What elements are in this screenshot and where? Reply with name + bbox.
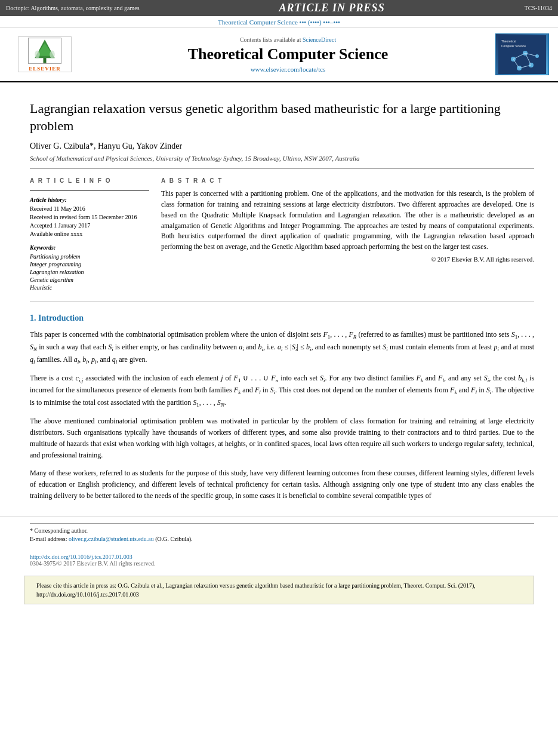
- intro-paragraph-3: The above mentioned combinatorial optimi…: [30, 416, 534, 462]
- sciencedirect-link[interactable]: ScienceDirect: [303, 36, 336, 43]
- journal-name: Theoretical Computer Science: [81, 45, 495, 63]
- article-in-press-label: ARTICLE IN PRESS: [279, 2, 385, 14]
- contents-line: Contents lists available at ScienceDirec…: [81, 36, 495, 43]
- paper-body: Lagrangian relaxation versus genetic alg…: [0, 82, 558, 514]
- intro-paragraph-1: This paper is concerned with the combina…: [30, 329, 534, 366]
- history-label: Article history:: [30, 196, 149, 203]
- journal-subtitle: Theoretical Computer Science ••• (••••) …: [0, 16, 558, 27]
- available-online: Available online xxxx: [30, 231, 149, 237]
- doctopic-label: Doctopic: Algorithms, automata, complexi…: [6, 5, 140, 11]
- issn-line: 0304-3975/© 2017 Elsevier B.V. All right…: [30, 560, 534, 567]
- svg-text:Computer Science: Computer Science: [501, 44, 526, 48]
- svg-text:Theoretical: Theoretical: [501, 39, 516, 43]
- journal-url[interactable]: www.elsevier.com/locate/tcs: [81, 66, 495, 73]
- intro-paragraph-4: Many of these workers, referred to as st…: [30, 468, 534, 502]
- keyword-2: Integer programming: [30, 261, 149, 268]
- citation-bar: Please cite this article in press as: O.…: [24, 576, 534, 604]
- abstract-title: A B S T R A C T: [161, 177, 534, 184]
- received-revised-date: Received in revised form 15 December 201…: [30, 214, 149, 220]
- article-info-title: A R T I C L E I N F O: [30, 177, 149, 184]
- top-bar: Doctopic: Algorithms, automata, complexi…: [0, 0, 558, 16]
- svg-point-5: [50, 51, 54, 59]
- author-email[interactable]: oliver.g.czibula@student.uts.edu.au: [69, 536, 154, 542]
- keyword-5: Heuristic: [30, 284, 149, 291]
- cover-svg: Theoretical Computer Science: [498, 35, 546, 74]
- keywords-section: Keywords: Partitioning problem Integer p…: [30, 244, 149, 291]
- abstract-section: A B S T R A C T This paper is concerned …: [161, 177, 534, 292]
- article-info-panel: A R T I C L E I N F O Article history: R…: [30, 177, 149, 292]
- affiliation: School of Mathematical and Physical Scie…: [30, 155, 534, 168]
- elsevier-logo: ELSEVIER: [18, 36, 72, 72]
- elsevier-branding: ELSEVIER: [9, 36, 81, 72]
- intro-paragraph-2: There is a cost ci,j associated with the…: [30, 373, 534, 410]
- article-title: Lagrangian relaxation versus genetic alg…: [30, 100, 534, 134]
- authors: Oliver G. Czibula*, Hanyu Gu, Yakov Zind…: [30, 142, 534, 151]
- introduction-title: 1. Introduction: [30, 314, 534, 323]
- journal-cover-image: Theoretical Computer Science: [495, 33, 549, 75]
- doi-link[interactable]: http://dx.doi.org/10.1016/j.tcs.2017.01.…: [30, 554, 534, 560]
- received-date: Received 11 May 2016: [30, 205, 149, 212]
- copyright: © 2017 Elsevier B.V. All rights reserved…: [161, 256, 534, 263]
- elsevier-tree-icon: [24, 37, 66, 64]
- email-line: E-mail address: oliver.g.czibula@student…: [30, 536, 534, 542]
- accepted-date: Accepted 1 January 2017: [30, 222, 149, 229]
- footnote-area: * Corresponding author. E-mail address: …: [0, 517, 558, 570]
- article-id: TCS-11034: [525, 5, 552, 11]
- keyword-3: Lagrangian relaxation: [30, 269, 149, 275]
- introduction-section: 1. Introduction This paper is concerned …: [30, 314, 534, 502]
- elsevier-text: ELSEVIER: [29, 66, 61, 72]
- article-meta: A R T I C L E I N F O Article history: R…: [30, 177, 534, 302]
- keyword-1: Partitioning problem: [30, 253, 149, 260]
- svg-point-4: [35, 51, 39, 59]
- corresponding-author: * Corresponding author.: [30, 527, 534, 534]
- journal-header-center: Contents lists available at ScienceDirec…: [81, 36, 495, 73]
- abstract-text: This paper is concerned with a partition…: [161, 189, 534, 253]
- journal-header: ELSEVIER Contents lists available at Sci…: [0, 27, 558, 82]
- keywords-label: Keywords:: [30, 244, 149, 251]
- keyword-4: Genetic algorithm: [30, 276, 149, 283]
